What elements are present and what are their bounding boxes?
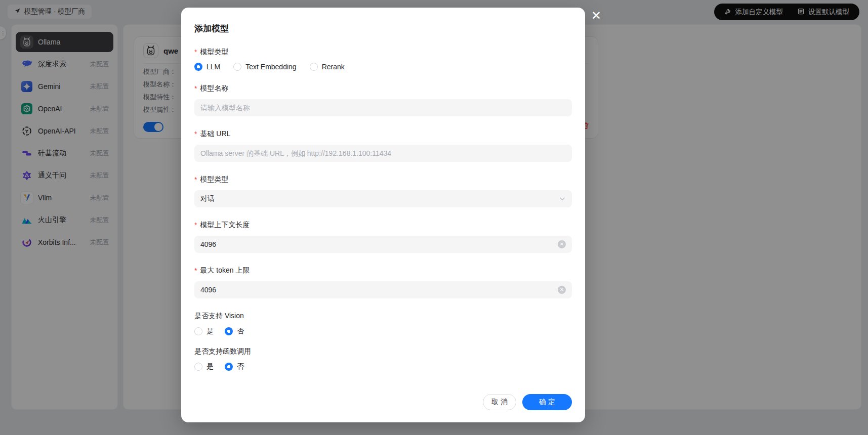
radio-vision-yes[interactable]: 是 (194, 327, 214, 336)
radio-label: LLM (206, 63, 220, 71)
radio-label: 是 (206, 327, 214, 336)
field-label: 基础 URL (194, 129, 572, 139)
field-base-url: 基础 URL (194, 129, 572, 162)
model-name-input[interactable] (200, 104, 566, 112)
field-label: 模型类型 (194, 175, 572, 184)
radio-dot (225, 327, 233, 335)
radio-function-yes[interactable]: 是 (194, 362, 214, 371)
radio-label: Rerank (322, 63, 345, 71)
radio-llm[interactable]: LLM (194, 63, 220, 71)
field-vision-support: 是否支持 Vision 是 否 (194, 312, 572, 336)
radio-dot (194, 363, 202, 371)
field-model-name: 模型名称 (194, 84, 572, 116)
radio-dot (194, 327, 202, 335)
radio-label: 是 (206, 362, 214, 371)
field-label: 是否支持 Vision (194, 312, 572, 321)
radio-label: Text Embedding (245, 63, 296, 71)
cancel-button[interactable]: 取 消 (483, 394, 516, 410)
field-label: 模型类型 (194, 48, 572, 57)
close-icon[interactable]: ✕ (590, 9, 603, 22)
select-value: 对话 (200, 194, 555, 203)
radio-vision-no[interactable]: 否 (225, 327, 244, 336)
context-length-input[interactable] (200, 240, 554, 248)
radio-function-no[interactable]: 否 (225, 362, 244, 371)
field-label: 最大 token 上限 (194, 266, 572, 275)
radio-label: 否 (237, 327, 244, 336)
dialog-title: 添加模型 (194, 23, 572, 34)
field-model-type: 模型类型 对话 (194, 175, 572, 207)
field-model-category: 模型类型 LLM Text Embedding Rerank (194, 48, 572, 71)
radio-label: 否 (237, 362, 244, 371)
radio-dot (194, 63, 202, 71)
clear-icon[interactable]: ✕ (558, 240, 566, 248)
model-type-select[interactable]: 对话 (194, 190, 572, 207)
confirm-button[interactable]: 确 定 (522, 394, 572, 410)
add-model-dialog: 添加模型 模型类型 LLM Text Embedding Rerank 模型名称… (181, 8, 585, 422)
radio-rerank[interactable]: Rerank (310, 63, 345, 71)
radio-dot (233, 63, 241, 71)
field-context-length: 模型上下文长度 ✕ (194, 221, 572, 253)
radio-text-embedding[interactable]: Text Embedding (233, 63, 296, 71)
field-label: 模型上下文长度 (194, 221, 572, 230)
field-max-tokens: 最大 token 上限 ✕ (194, 266, 572, 298)
base-url-input[interactable] (200, 149, 566, 157)
field-function-call-support: 是否支持函数调用 是 否 (194, 347, 572, 371)
chevron-down-icon (559, 195, 566, 202)
clear-icon[interactable]: ✕ (558, 286, 566, 294)
max-tokens-input[interactable] (200, 286, 554, 294)
field-label: 模型名称 (194, 84, 572, 93)
field-label: 是否支持函数调用 (194, 347, 572, 356)
radio-dot (310, 63, 318, 71)
radio-dot (225, 363, 233, 371)
